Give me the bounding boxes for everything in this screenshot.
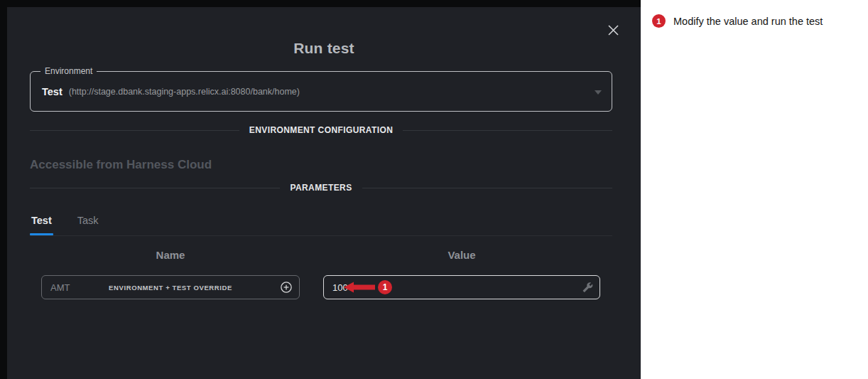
parameters-tabbar: Test Task (30, 212, 612, 236)
parameter-name-field[interactable]: ENVIRONMENT + TEST OVERRIDE (41, 275, 300, 299)
step-number-badge: 1 (652, 14, 666, 28)
environment-selected-value: Test (http://stage.dbank.staging-apps.re… (42, 72, 583, 111)
annotation-arrow-icon (344, 282, 375, 293)
accessible-heading: Accessible from Harness Cloud (30, 158, 212, 172)
divider-line (403, 130, 612, 131)
add-circle-icon[interactable] (280, 281, 293, 294)
divider-line (362, 188, 612, 188)
environment-name: Test (42, 86, 63, 97)
parameters-heading: PARAMETERS (290, 183, 352, 193)
environment-configuration-divider: ENVIRONMENT CONFIGURATION (30, 125, 612, 135)
tab-task[interactable]: Task (76, 212, 100, 235)
environment-select[interactable]: Environment Test (http://stage.dbank.sta… (30, 71, 612, 112)
wrench-icon[interactable] (582, 282, 593, 293)
parameter-name-input[interactable] (42, 276, 127, 299)
parameters-column-headers: Name Value (30, 249, 612, 263)
annotation-step-badge: 1 (378, 280, 392, 294)
dialog-content: Environment Test (http://stage.dbank.sta… (30, 7, 612, 379)
step-note: 1 Modify the value and run the test (652, 14, 823, 28)
parameter-row: ENVIRONMENT + TEST OVERRIDE (30, 275, 612, 299)
run-test-dialog: Run test Environment Test (http://stage.… (7, 7, 641, 379)
step-text: Modify the value and run the test (673, 16, 823, 27)
parameters-divider: PARAMETERS (30, 183, 612, 193)
annotation-side-panel: 1 Modify the value and run the test (641, 0, 868, 379)
chevron-down-icon (595, 90, 602, 95)
environment-url: (http://stage.dbank.staging-apps.relicx.… (69, 87, 300, 97)
modal-backdrop: Run test Environment Test (http://stage.… (0, 0, 641, 379)
name-column-header: Name (41, 249, 300, 261)
parameter-value-field[interactable]: 1 (323, 275, 600, 299)
divider-line (30, 130, 239, 131)
environment-configuration-heading: ENVIRONMENT CONFIGURATION (249, 125, 393, 135)
value-column-header: Value (323, 249, 600, 261)
screen: Run test Environment Test (http://stage.… (0, 0, 868, 379)
tab-test[interactable]: Test (30, 212, 53, 235)
divider-line (30, 188, 280, 188)
